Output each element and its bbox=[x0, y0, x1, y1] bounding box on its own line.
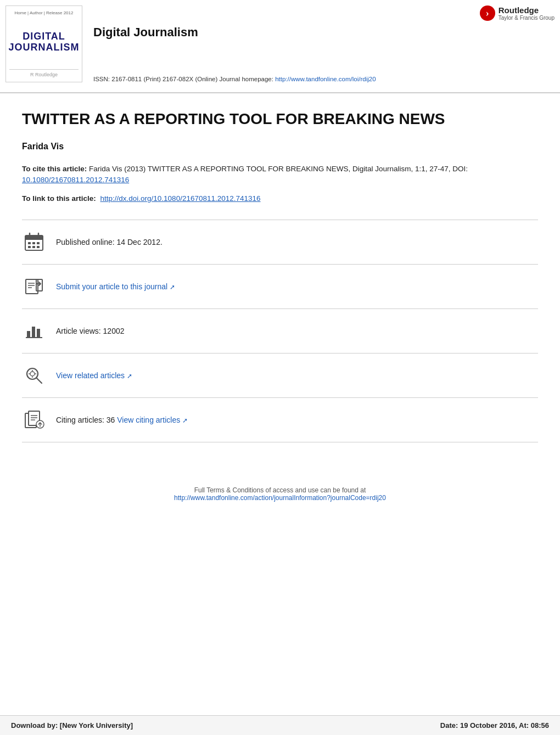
download-label: Download by: bbox=[11, 721, 58, 730]
action-published: Published online: 14 Dec 2012. bbox=[22, 220, 538, 264]
journal-title: Digital Journalism bbox=[93, 25, 555, 40]
svg-rect-2 bbox=[25, 235, 43, 240]
routledge-text: Routledge Taylor & Francis Group bbox=[499, 5, 555, 21]
svg-rect-6 bbox=[32, 242, 35, 244]
submit-icon bbox=[22, 274, 46, 299]
svg-rect-9 bbox=[32, 246, 35, 248]
cover-title-block: DIGITAL JOURNALISM bbox=[9, 31, 80, 54]
svg-rect-18 bbox=[32, 327, 35, 338]
svg-rect-7 bbox=[37, 242, 40, 244]
main-content: TWITTER AS A REPORTING TOOL FOR BREAKING… bbox=[0, 93, 560, 551]
cover-title-digital: DIGITAL bbox=[9, 31, 80, 42]
header-right: › Routledge Taylor & Francis Group Digit… bbox=[93, 0, 560, 88]
citing-prefix: Citing articles: 36 bbox=[56, 416, 117, 424]
bar-chart-icon bbox=[22, 319, 46, 343]
journal-cover: Home | Author | Release 2012 DIGITAL JOU… bbox=[5, 5, 82, 82]
citing-text: Citing articles: 36 View citing articles… bbox=[56, 416, 188, 424]
routledge-icon: › bbox=[480, 5, 495, 21]
issn-line: ISSN: 2167-0811 (Print) 2167-082X (Onlin… bbox=[93, 76, 555, 82]
svg-rect-5 bbox=[28, 242, 31, 244]
cite-label: To cite this article: bbox=[22, 165, 87, 173]
link-section: To link to this article: http://dx.doi.o… bbox=[22, 193, 538, 204]
author-name: Farida Vis bbox=[22, 142, 538, 152]
link-label: To link to this article: bbox=[22, 194, 96, 203]
action-related[interactable]: View related articles ➚ bbox=[22, 353, 538, 397]
svg-rect-19 bbox=[37, 329, 40, 338]
page-header: Home | Author | Release 2012 DIGITAL JOU… bbox=[0, 0, 560, 93]
terms-line1: Full Terms & Conditions of access and us… bbox=[22, 486, 538, 494]
cite-doi-link[interactable]: 10.1080/21670811.2012.741316 bbox=[22, 176, 129, 184]
article-title: TWITTER AS A REPORTING TOOL FOR BREAKING… bbox=[22, 110, 538, 128]
published-text: Published online: 14 Dec 2012. bbox=[56, 238, 163, 246]
citing-icon bbox=[22, 408, 46, 432]
routledge-subtitle: Taylor & Francis Group bbox=[499, 15, 555, 21]
link-url[interactable]: http://dx.doi.org/10.1080/21670811.2012.… bbox=[100, 194, 261, 203]
bottom-bar: Download by: [New York University] Date:… bbox=[0, 715, 560, 735]
svg-rect-8 bbox=[28, 246, 31, 248]
action-citing[interactable]: Citing articles: 36 View citing articles… bbox=[22, 397, 538, 442]
cover-nav: Home | Author | Release 2012 bbox=[9, 10, 79, 15]
download-org: [New York University] bbox=[60, 721, 133, 730]
action-views: Article views: 12002 bbox=[22, 308, 538, 353]
citing-link[interactable]: View citing articles bbox=[117, 416, 180, 424]
cite-section: To cite this article: Farida Vis (2013) … bbox=[22, 164, 538, 186]
search-related-icon bbox=[22, 363, 46, 388]
svg-point-23 bbox=[30, 372, 35, 376]
citing-ext-icon: ➚ bbox=[182, 417, 188, 424]
date-info: Date: 19 October 2016, At: 08:56 bbox=[440, 721, 549, 730]
action-submit[interactable]: Submit your article to this journal ➚ bbox=[22, 264, 538, 308]
related-link[interactable]: View related articles bbox=[56, 371, 125, 380]
related-text: View related articles ➚ bbox=[56, 371, 132, 380]
routledge-logo: › Routledge Taylor & Francis Group bbox=[93, 5, 555, 21]
cite-text: Farida Vis (2013) TWITTER AS A REPORTING… bbox=[89, 165, 468, 173]
related-ext-icon: ➚ bbox=[127, 372, 132, 380]
issn-text: ISSN: 2167-0811 (Print) 2167-082X (Onlin… bbox=[93, 76, 273, 82]
views-text: Article views: 12002 bbox=[56, 327, 125, 335]
date-label: Date: bbox=[440, 721, 458, 730]
journal-homepage-link[interactable]: http://www.tandfonline.com/loi/rdij20 bbox=[275, 76, 376, 82]
action-rows: Published online: 14 Dec 2012. Submit yo… bbox=[22, 220, 538, 442]
svg-rect-17 bbox=[27, 331, 30, 338]
routledge-name: Routledge bbox=[499, 5, 555, 15]
terms-link[interactable]: http://www.tandfonline.com/action/journa… bbox=[174, 494, 386, 502]
submit-ext-icon: ➚ bbox=[170, 283, 175, 291]
date-value: 19 October 2016, At: 08:56 bbox=[460, 721, 549, 730]
footer-terms: Full Terms & Conditions of access and us… bbox=[22, 486, 538, 535]
calendar-icon bbox=[22, 230, 46, 254]
submit-link[interactable]: Submit your article to this journal bbox=[56, 282, 167, 291]
cover-logo: R Routledge bbox=[9, 69, 79, 77]
svg-rect-10 bbox=[37, 246, 40, 248]
svg-line-22 bbox=[37, 378, 42, 383]
submit-text: Submit your article to this journal ➚ bbox=[56, 282, 175, 291]
download-by: Download by: [New York University] bbox=[11, 721, 133, 730]
cover-title-journalism: JOURNALISM bbox=[9, 42, 80, 53]
